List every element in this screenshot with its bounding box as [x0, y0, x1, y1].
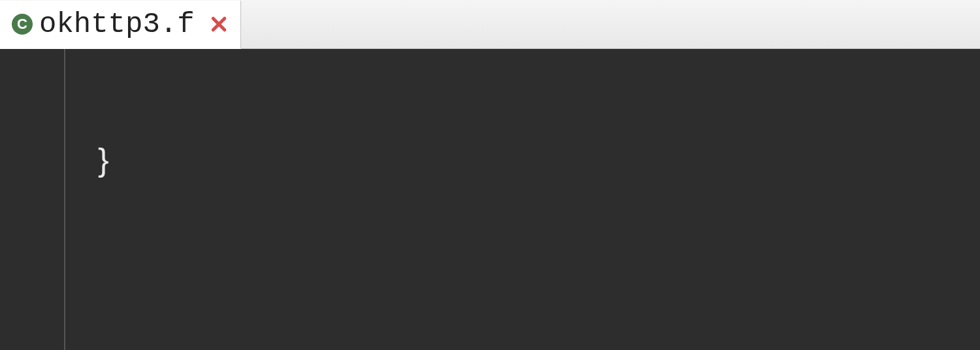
- tab-bar: C okhttp3.f: [0, 0, 980, 49]
- code-line: }: [98, 138, 980, 182]
- file-tab[interactable]: C okhttp3.f: [0, 1, 241, 49]
- tab-label: okhttp3.f: [39, 8, 195, 40]
- code-area[interactable]: } public final void a(String str, List<C…: [0, 49, 980, 350]
- code-line-blank: [98, 271, 980, 315]
- close-icon[interactable]: [209, 14, 229, 34]
- class-file-icon: C: [12, 14, 33, 35]
- code-editor[interactable]: } public final void a(String str, List<C…: [0, 49, 980, 350]
